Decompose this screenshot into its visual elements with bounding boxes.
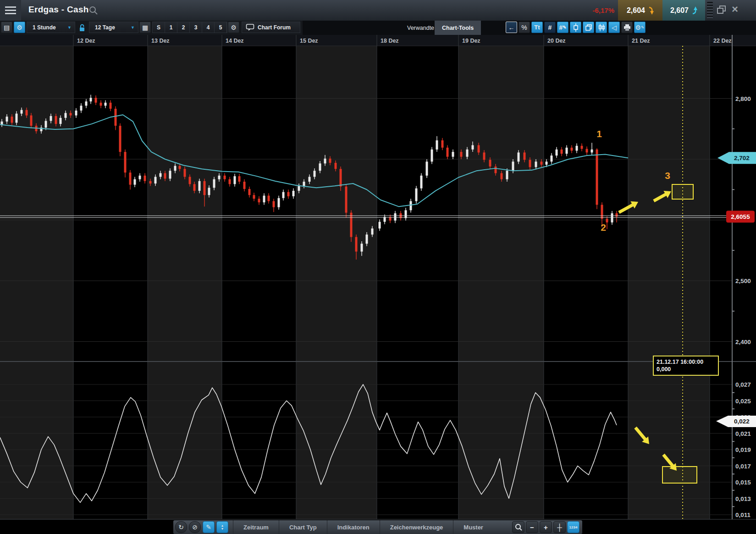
- chevron-down-icon: ▼: [67, 25, 72, 30]
- zeitraum-button[interactable]: Zeitraum: [233, 520, 279, 534]
- chevron-down-icon: ▼: [131, 25, 135, 30]
- layers-icon[interactable]: [583, 22, 594, 33]
- period-S[interactable]: S: [153, 22, 165, 33]
- indikatoren-button[interactable]: Indikatoren: [327, 520, 380, 534]
- svg-text:2,500: 2,500: [735, 278, 751, 284]
- muster-button[interactable]: Muster: [453, 520, 493, 534]
- search-icon[interactable]: [89, 6, 98, 15]
- tooltip-value: 0,000: [657, 366, 715, 373]
- svg-text:2,6055: 2,6055: [731, 213, 750, 220]
- svg-text:0,011: 0,011: [735, 512, 751, 518]
- svg-text:22 Dez: 22 Dez: [713, 38, 732, 44]
- svg-text:18 Dez: 18 Dez: [381, 38, 399, 44]
- sell-price: 2,604: [627, 6, 645, 15]
- period-5[interactable]: 5: [215, 22, 227, 33]
- svg-text:0,021: 0,021: [735, 430, 751, 437]
- tooltip-datetime: 21.12.17 16:00:00: [657, 358, 715, 366]
- order-ticket-icon[interactable]: ▤: [1, 22, 12, 33]
- chart-canvas[interactable]: 12 Dez13 Dez14 Dez15 Dez18 Dez19 Dez20 D…: [0, 35, 756, 520]
- grid-icon[interactable]: #: [544, 22, 556, 33]
- price-up-arrow-icon: [691, 6, 697, 15]
- window-grip[interactable]: [707, 2, 713, 19]
- svg-text:15 Dez: 15 Dez: [300, 38, 318, 44]
- back-icon[interactable]: ←: [506, 22, 517, 33]
- crosshair-tooltip: 21.12.17 16:00:00 0,000: [653, 356, 719, 376]
- chart-background: [0, 35, 756, 519]
- compare-candles-icon[interactable]: [596, 22, 607, 33]
- svg-text:0,022: 0,022: [734, 418, 750, 425]
- period-buttons: S 1 2 3 4 5: [152, 22, 227, 33]
- candle-style-icon[interactable]: [570, 22, 581, 33]
- svg-text:0,015: 0,015: [735, 479, 751, 486]
- svg-text:12 Dez: 12 Dez: [77, 38, 95, 44]
- close-icon[interactable]: ×: [732, 3, 738, 16]
- lock-icon[interactable]: [76, 22, 88, 33]
- refresh-icon[interactable]: ↻: [175, 521, 187, 533]
- interval-dropdown[interactable]: 1 Stunde▼: [27, 22, 75, 33]
- updown-arrows-icon[interactable]: ▲▼: [216, 521, 228, 533]
- draw-pencil-icon[interactable]: ✎: [203, 521, 215, 533]
- svg-text:13 Dez: 13 Dez: [151, 38, 170, 44]
- buy-price-button[interactable]: 2,607: [662, 0, 705, 21]
- text-tool-icon[interactable]: Tt: [531, 22, 543, 33]
- sell-price-button[interactable]: 2,604: [618, 0, 662, 21]
- chart-typ-button[interactable]: Chart Typ: [279, 520, 327, 534]
- svg-text:14 Dez: 14 Dez: [226, 38, 244, 44]
- svg-text:0,019: 0,019: [735, 446, 751, 453]
- clear-drawings-icon[interactable]: ⊘: [189, 521, 201, 533]
- svg-text:0,017: 0,017: [735, 463, 751, 470]
- svg-text:0,013: 0,013: [735, 495, 751, 502]
- crosshair-icon[interactable]: ┼: [553, 521, 566, 533]
- range-dropdown[interactable]: 12 Tage▼: [89, 22, 138, 33]
- price-axis: 2,8002,5002,4000,0270,0250,0230,0210,019…: [732, 35, 751, 519]
- svg-text:20 Dez: 20 Dez: [547, 38, 566, 44]
- svg-text:21 Dez: 21 Dez: [632, 38, 650, 44]
- tools-settings-icon[interactable]: ⚙✎: [634, 22, 646, 33]
- verwandte-button[interactable]: Verwandte: [403, 21, 439, 35]
- period-2[interactable]: 2: [177, 22, 190, 33]
- menu-icon[interactable]: [0, 0, 21, 21]
- price-down-arrow-icon: [648, 6, 654, 15]
- zoom-in-icon[interactable]: +: [540, 521, 552, 533]
- speech-bubble-icon: [246, 23, 254, 31]
- svg-text:2,702: 2,702: [734, 155, 750, 161]
- percent-mode-icon[interactable]: %: [519, 22, 530, 33]
- zoom-out-icon[interactable]: −: [526, 521, 538, 533]
- bottom-toolbar: ↻ ⊘ ✎ ▲▼ Zeitraum Chart Typ Indikatoren …: [173, 520, 582, 534]
- svg-text:1: 1: [596, 128, 602, 139]
- period-3[interactable]: 3: [190, 22, 202, 33]
- svg-text:19 Dez: 19 Dez: [462, 38, 480, 44]
- chart-area[interactable]: 12 Dez13 Dez14 Dez15 Dez18 Dez19 Dez20 D…: [0, 35, 756, 520]
- settings-gear-icon[interactable]: ⚙: [228, 22, 239, 33]
- restore-window-icon[interactable]: [716, 4, 727, 15]
- svg-text:0,027: 0,027: [735, 381, 751, 388]
- zeichenwerkzeuge-button[interactable]: Zeichenwerkzeuge: [380, 520, 453, 534]
- svg-text:2,800: 2,800: [735, 95, 751, 102]
- buy-price: 2,607: [670, 6, 689, 15]
- title-bar: Erdgas - Cash -6,17% 2,604 2,607 ×: [0, 0, 756, 21]
- svg-text:2: 2: [601, 222, 606, 233]
- svg-text:2,400: 2,400: [735, 339, 751, 345]
- svg-text:3: 3: [665, 170, 670, 181]
- svg-text:0,025: 0,025: [735, 398, 751, 405]
- chart-forum-button[interactable]: Chart Forum: [242, 22, 300, 33]
- numbers-mode-icon[interactable]: 1234: [567, 521, 579, 533]
- period-4[interactable]: 4: [202, 22, 215, 33]
- chart-toolbar: ▤ ⚙ 1 Stunde▼ 12 Tage▼ ▦ S 1 2 3 4 5 ⚙ C…: [0, 21, 756, 35]
- grid-edit-icon[interactable]: #✎: [557, 22, 568, 33]
- period-1[interactable]: 1: [165, 22, 177, 33]
- change-percent: -6,17%: [565, 6, 614, 14]
- instrument-title: Erdgas - Cash: [28, 5, 89, 15]
- price-tag-icon[interactable]: ◁: [608, 22, 620, 33]
- chart-settings-gear-icon[interactable]: ⚙: [14, 22, 25, 33]
- chart-tools-tab[interactable]: Chart-Tools: [435, 21, 481, 35]
- calendar-icon[interactable]: ▦: [139, 22, 151, 33]
- zoom-search-icon[interactable]: [512, 521, 524, 533]
- print-icon[interactable]: [621, 22, 633, 33]
